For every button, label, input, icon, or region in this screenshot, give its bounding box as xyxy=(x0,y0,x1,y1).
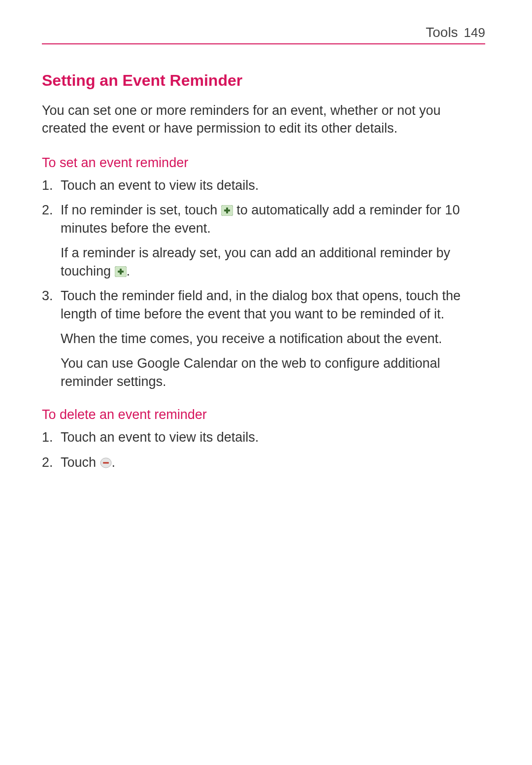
header-page-number: 149 xyxy=(464,25,485,40)
minus-icon xyxy=(100,457,112,468)
document-page: Tools 149 Setting an Event Reminder You … xyxy=(0,0,532,471)
list-item: 3. Touch the reminder field and, in the … xyxy=(42,287,485,390)
list-paragraph: If a reminder is already set, you can ad… xyxy=(61,244,485,280)
page-header: Tools 149 xyxy=(42,25,485,44)
list-number: 1. xyxy=(42,176,53,194)
plus-icon xyxy=(115,266,127,277)
set-reminder-list: 1. Touch an event to view its details. 2… xyxy=(42,176,485,390)
list-text: Touch the reminder field and, in the dia… xyxy=(61,288,461,321)
svg-rect-2 xyxy=(224,209,230,211)
svg-rect-5 xyxy=(118,271,124,273)
list-item: 1. Touch an event to view its details. xyxy=(42,176,485,194)
main-heading: Setting an Event Reminder xyxy=(42,71,485,90)
list-number: 2. xyxy=(42,453,53,471)
list-paragraph: You can use Google Calendar on the web t… xyxy=(61,354,485,390)
list-text: Touch an event to view its details. xyxy=(61,178,259,193)
list-item: 1. Touch an event to view its details. xyxy=(42,428,485,446)
list-text: . xyxy=(127,264,131,278)
list-text: Touch xyxy=(61,455,100,470)
list-text: . xyxy=(112,455,116,470)
header-section-label: Tools xyxy=(426,25,458,40)
list-number: 1. xyxy=(42,428,53,446)
list-item: 2. If no reminder is set, touch to autom… xyxy=(42,201,485,280)
list-text: If no reminder is set, touch xyxy=(61,203,221,217)
sub-heading-delete: To delete an event reminder xyxy=(42,407,485,422)
delete-reminder-list: 1. Touch an event to view its details. 2… xyxy=(42,428,485,471)
svg-rect-7 xyxy=(103,462,109,463)
list-number: 2. xyxy=(42,201,53,219)
list-number: 3. xyxy=(42,287,53,305)
list-text: Touch an event to view its details. xyxy=(61,430,259,445)
list-paragraph: When the time comes, you receive a notif… xyxy=(61,330,485,348)
sub-heading-set: To set an event reminder xyxy=(42,155,485,171)
plus-icon xyxy=(221,205,233,216)
list-item: 2. Touch . xyxy=(42,453,485,471)
intro-paragraph: You can set one or more reminders for an… xyxy=(42,102,485,138)
